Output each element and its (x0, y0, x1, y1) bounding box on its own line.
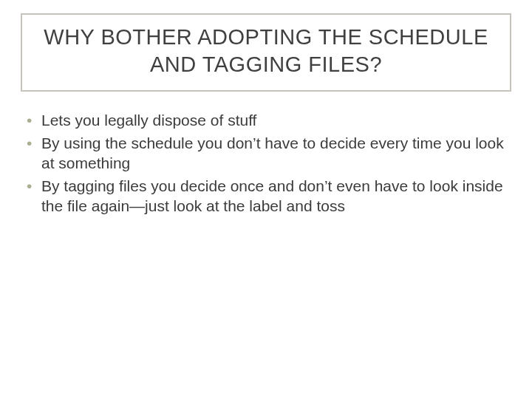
list-item: By tagging files you decide once and don… (24, 177, 511, 216)
bullet-list: Lets you legally dispose of stuff By usi… (24, 111, 511, 216)
title-frame: WHY BOTHER ADOPTING THE SCHEDULE AND TAG… (21, 13, 511, 92)
slide: WHY BOTHER ADOPTING THE SCHEDULE AND TAG… (0, 0, 532, 399)
bullet-text: By tagging files you decide once and don… (41, 177, 503, 214)
bullet-text: By using the schedule you don’t have to … (41, 134, 504, 171)
bullet-text: Lets you legally dispose of stuff (41, 112, 256, 129)
slide-title: WHY BOTHER ADOPTING THE SCHEDULE AND TAG… (37, 24, 495, 78)
body-content: Lets you legally dispose of stuff By usi… (24, 111, 511, 219)
list-item: Lets you legally dispose of stuff (24, 111, 511, 131)
list-item: By using the schedule you don’t have to … (24, 134, 511, 174)
